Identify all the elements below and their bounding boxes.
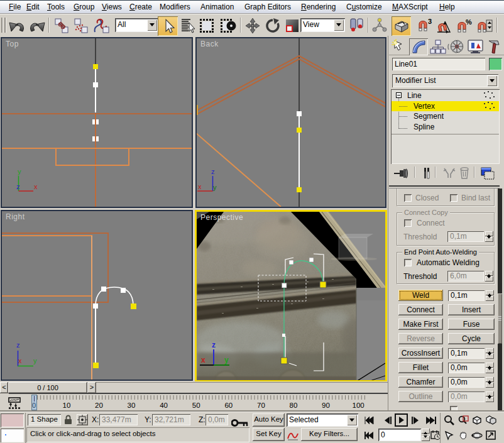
svg-text:60: 60: [224, 402, 233, 409]
svg-text:90: 90: [322, 402, 330, 409]
svg-text:y: y: [33, 357, 37, 364]
svg-text:100: 100: [353, 402, 364, 409]
svg-text:20: 20: [95, 402, 103, 409]
svg-text:z: z: [16, 341, 20, 349]
svg-text:y: y: [18, 168, 21, 175]
svg-text:50: 50: [192, 402, 200, 409]
svg-text:40: 40: [160, 402, 168, 409]
svg-text:30: 30: [128, 402, 136, 409]
svg-text:x: x: [34, 183, 38, 190]
svg-text:x: x: [18, 357, 22, 364]
svg-text:z: z: [16, 183, 20, 190]
svg-text:%: %: [466, 18, 472, 26]
svg-text:z: z: [211, 168, 215, 175]
svg-text:10: 10: [63, 402, 71, 409]
svg-text:70: 70: [257, 402, 265, 409]
svg-text:z: z: [212, 341, 216, 349]
svg-text:x: x: [201, 356, 205, 364]
svg-text:x: x: [198, 183, 202, 190]
svg-text:3: 3: [428, 18, 432, 25]
svg-text:80: 80: [290, 402, 298, 409]
svg-text:y: y: [224, 356, 229, 364]
svg-text:y: y: [213, 183, 217, 191]
